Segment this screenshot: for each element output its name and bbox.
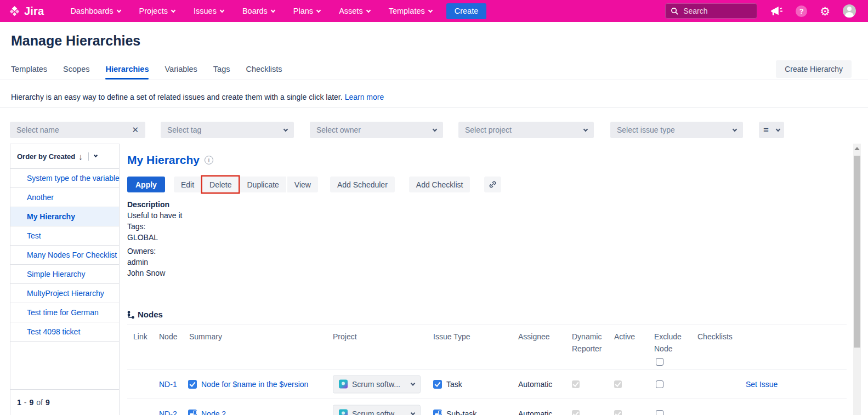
chevron-down-icon [316,8,321,12]
apply-button[interactable]: Apply [127,177,165,192]
node-id-link[interactable]: ND-1 [159,380,177,389]
tab-templates[interactable]: Templates [11,59,47,79]
nav-menu-dashboards[interactable]: Dashboards [70,7,120,15]
nav-menu-label: Boards [242,7,268,15]
project-filter-select[interactable]: Select project [458,122,594,138]
nav-menu-projects[interactable]: Projects [139,7,175,15]
chevron-down-icon [428,8,432,12]
list-item[interactable]: Many Nodes For Checklist [10,246,119,265]
list-options-menu-button[interactable]: ≡ [759,122,784,138]
list-item[interactable]: Another [10,188,119,207]
nodes-title: Nodes [138,310,163,319]
exclude-node-checkbox[interactable] [656,380,663,388]
clear-icon[interactable]: ✕ [132,125,139,135]
chevron-down-icon [283,127,288,131]
chevron-down-icon [220,8,224,12]
hierarchy-icon [127,310,135,319]
name-filter[interactable]: ✕ [10,122,145,138]
chevron-down-icon[interactable] [94,154,98,157]
checkbox-unchecked[interactable] [656,380,663,388]
view-button[interactable]: View [287,177,318,192]
project-name: Scrum softw... [352,410,407,415]
task-icon [433,380,442,389]
scrollbar-thumb[interactable] [854,156,860,348]
nav-menu-assets[interactable]: Assets [339,7,370,15]
project-select[interactable]: Scrum softw... [333,405,421,415]
nav-menu-label: Plans [293,7,313,15]
hierarchy-title-row: My Hierarchy i [127,154,213,167]
megaphone-icon[interactable] [770,5,783,17]
tag-filter-select[interactable]: Select tag [161,122,294,138]
add-scheduler-button[interactable]: Add Scheduler [330,177,395,192]
sidebar-spacer [10,342,119,389]
intro-text: Hierarchy is an easy way to define a set… [11,93,384,101]
duplicate-button[interactable]: Duplicate [240,177,286,192]
sort-desc-icon[interactable]: ↓ [78,152,83,161]
chevron-down-icon [733,127,737,131]
list-item[interactable]: System type of the variable [10,169,119,188]
list-item[interactable]: Simple Hierarchy [10,265,119,284]
order-by-control[interactable]: Order by Created ↓ [10,144,119,169]
active-checkbox [614,380,622,388]
checkbox-unchecked[interactable] [656,410,663,415]
project-name: Scrum softw... [352,380,407,389]
brand-name: Jira [24,5,44,18]
node-summary-link[interactable]: Node 2 [201,410,226,415]
tab-variables[interactable]: Variables [164,59,197,79]
dynamic-reporter-checkbox [572,380,580,388]
tab-tags[interactable]: Tags [213,59,230,79]
scroll-up-arrow[interactable] [854,147,860,150]
column-header-checklists: Checklists [697,331,733,343]
learn-more-link[interactable]: Learn more [345,93,384,101]
list-item[interactable]: Test 4098 ticket [10,322,119,342]
tabs-strip: Templates Scopes Hierarchies Variables T… [0,59,868,79]
delete-button[interactable]: Delete [202,177,239,192]
list-item[interactable]: MultyProject Hierarchy [10,284,119,303]
assignee-cell: Automatic [518,410,552,415]
info-icon[interactable]: i [205,156,213,164]
search-box[interactable] [665,3,757,19]
set-issue-link[interactable]: Set Issue [746,380,778,389]
exclude-all-checkbox[interactable] [656,358,663,366]
create-button[interactable]: Create [446,3,487,19]
copy-link-button[interactable] [484,177,501,192]
issue-type-label: Sub-task [446,410,476,415]
tab-hierarchies[interactable]: Hierarchies [105,59,149,79]
chevron-down-icon [583,127,588,131]
column-header-exclude-node: Exclude Node [654,331,690,355]
hierarchy-list-sidebar: Order by Created ↓ System type of the va… [10,144,120,415]
list-item[interactable]: Test time for German [10,303,119,322]
edit-button[interactable]: Edit [174,177,201,192]
create-hierarchy-button[interactable]: Create Hierarchy [776,60,852,78]
dynamic-reporter-checkbox [572,410,580,415]
vertical-scrollbar[interactable] [853,144,861,415]
issue-type-filter-select[interactable]: Select issue type [610,122,743,138]
node-id-link[interactable]: ND-2 [159,410,177,415]
description-label: Description [127,199,182,210]
project-avatar [339,380,348,389]
list-item-selected[interactable]: My Hierarchy [10,207,119,226]
avatar[interactable] [843,4,856,18]
tab-scopes[interactable]: Scopes [63,59,89,79]
jira-logo[interactable]: Jira [9,5,44,18]
chevron-down-icon [411,411,415,415]
project-select[interactable]: Scrum softw... [333,375,421,393]
nav-menu-issues[interactable]: Issues [194,7,224,15]
gear-icon[interactable]: ⚙ [820,5,830,17]
exclude-node-checkbox[interactable] [656,410,663,415]
nodes-table-header: Link Node Summary Project Issue Type Ass… [127,331,847,369]
subtask-icon [188,410,197,415]
node-summary-link[interactable]: Node for $name in the $version [201,380,308,389]
nav-menu-plans[interactable]: Plans [293,7,320,15]
content-area: Order by Created ↓ System type of the va… [0,144,868,415]
list-item[interactable]: Test [10,226,119,246]
nav-menu-boards[interactable]: Boards [242,7,275,15]
name-filter-input[interactable] [16,126,128,134]
nav-menu-templates[interactable]: Templates [389,7,432,15]
tab-checklists[interactable]: Checklists [246,59,282,79]
description-value: Useful to have it [127,210,182,221]
help-icon[interactable]: ? [796,5,807,17]
owner-filter-select[interactable]: Select owner [310,122,443,138]
add-checklist-button[interactable]: Add Checklist [409,177,470,192]
search-input[interactable] [683,7,744,15]
